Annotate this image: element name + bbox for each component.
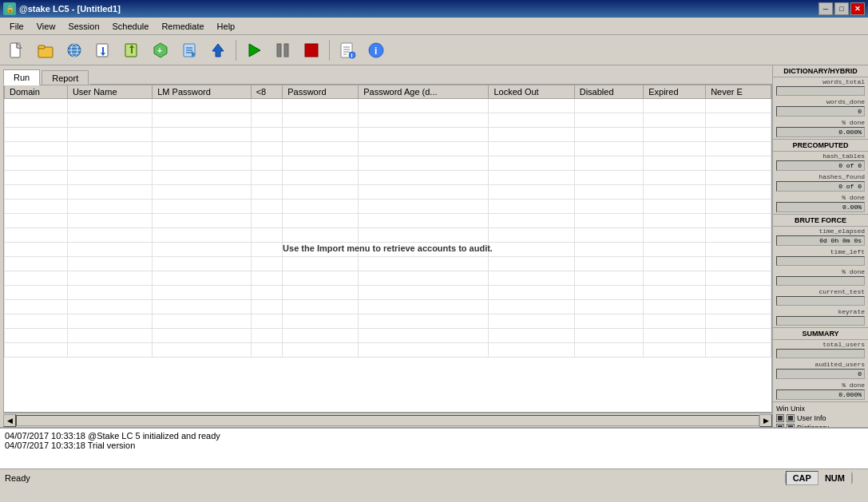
win-unix-title: Win Unix — [776, 405, 865, 413]
report-icon: i — [339, 42, 356, 59]
audited-users-label: audited_users — [775, 361, 866, 368]
export-icon — [123, 42, 141, 59]
col-username: User Name — [67, 85, 152, 99]
user-info-checkbox-unix[interactable] — [787, 414, 795, 422]
toolbar-separator — [236, 40, 236, 61]
stop-button[interactable] — [298, 38, 325, 63]
words-total-value — [776, 86, 865, 96]
audited-users-value: 0 — [776, 369, 865, 379]
time-elapsed-value: 0d 0h 0m 0s — [776, 235, 865, 246]
col-password-age: Password Age (d... — [359, 85, 489, 99]
play-button[interactable] — [240, 38, 268, 63]
info-button[interactable]: i — [363, 38, 390, 63]
precomputed-section: PRECOMPUTED hash_tables 0 of 0 hashes_fo… — [773, 140, 868, 215]
internet-button[interactable] — [61, 38, 88, 63]
time-left-value — [776, 256, 865, 266]
col-locked-out: Locked Out — [489, 85, 574, 99]
open-button[interactable] — [32, 38, 59, 63]
checkbox-fill — [788, 425, 793, 427]
user-info-label: User Info — [797, 414, 826, 422]
left-panel: Run Report Domain User Name LM Password … — [0, 65, 772, 427]
info-icon: i — [367, 42, 385, 59]
time-elapsed-row: time_elapsed 0d 0h 0m 0s — [773, 227, 868, 247]
total-users-row: total_users — [773, 340, 868, 360]
precomp-pct-done-label: % done — [775, 194, 866, 201]
col-lt8: <8 — [251, 85, 283, 99]
col-never-e: Never E — [706, 85, 771, 99]
current-test-value — [776, 296, 865, 306]
table-row — [5, 99, 771, 113]
menu-help[interactable]: Help — [211, 20, 242, 33]
import-icon — [94, 42, 112, 59]
col-disabled: Disabled — [574, 85, 643, 99]
summary-pct-done-value: 0.000% — [776, 389, 865, 400]
words-done-value: 0 — [776, 106, 865, 117]
table-row — [5, 185, 771, 200]
total-users-label: total_users — [775, 341, 866, 348]
menu-view[interactable]: View — [30, 20, 62, 33]
tab-run[interactable]: Run — [3, 69, 40, 85]
words-total-row: words_total — [773, 77, 868, 97]
tab-container: Run Report — [0, 65, 772, 85]
dictionary-checkbox-win[interactable] — [776, 424, 784, 427]
table-row — [5, 314, 771, 329]
scroll-right-button[interactable]: ▶ — [759, 414, 772, 427]
menu-remediate[interactable]: Remediate — [155, 20, 210, 33]
new-button[interactable] — [3, 38, 30, 63]
dictionary-checkbox-unix[interactable] — [787, 424, 795, 427]
svg-rect-25 — [284, 44, 288, 57]
menu-file[interactable]: File — [3, 20, 30, 33]
current-test-label: current_test — [775, 288, 866, 295]
table-row — [5, 142, 771, 156]
precomp-pct-done-value: 0.00% — [776, 202, 865, 212]
svg-rect-3 — [38, 45, 45, 49]
minimize-button[interactable]: ─ — [818, 2, 833, 15]
download-button[interactable] — [204, 38, 232, 63]
pause-button[interactable] — [269, 38, 296, 63]
col-domain: Domain — [5, 85, 68, 99]
remove-button[interactable] — [176, 38, 203, 63]
time-left-row: time_left — [773, 247, 868, 267]
brute-force-section: BRUTE FORCE time_elapsed 0d 0h 0m 0s tim… — [773, 215, 868, 328]
statusbar: Ready CAP NUM — [0, 468, 868, 486]
summary-pct-done-label: % done — [775, 381, 866, 389]
user-info-checkbox-win[interactable] — [776, 414, 784, 422]
maximize-button[interactable]: □ — [834, 2, 849, 15]
menu-session[interactable]: Session — [61, 20, 105, 33]
status-spacer — [852, 473, 868, 483]
col-lm-password: LM Password — [153, 85, 251, 99]
hscrollbar[interactable]: ◀ ▶ — [3, 413, 772, 427]
close-button[interactable]: ✕ — [850, 2, 865, 15]
add-icon: + — [152, 42, 169, 59]
table-row — [5, 286, 771, 300]
brute-pct-done-value — [776, 276, 865, 286]
cap-indicator: CAP — [786, 471, 818, 485]
report-button[interactable]: i — [334, 38, 361, 63]
svg-text:i: i — [351, 53, 353, 58]
log-area: 04/07/2017 10:33:18 @Stake LC 5 initiali… — [0, 427, 868, 468]
svg-rect-24 — [277, 44, 281, 57]
words-done-row: words_done 0 — [773, 97, 868, 118]
right-panel: DICTIONARY/HYBRID words_total words_done… — [772, 65, 868, 427]
time-elapsed-label: time_elapsed — [775, 227, 866, 235]
main-content: Run Report Domain User Name LM Password … — [0, 65, 868, 427]
table-row — [5, 156, 771, 171]
table-row — [5, 228, 771, 243]
tab-report[interactable]: Report — [42, 70, 89, 85]
stop-icon — [303, 42, 320, 59]
keyrate-row: keyrate — [773, 307, 868, 327]
menu-schedule[interactable]: Schedule — [106, 20, 156, 33]
summary-pct-done-row: % done 0.000% — [773, 381, 868, 401]
table-row — [5, 128, 771, 142]
empty-message: Use the Import menu to retrieve accounts… — [283, 243, 493, 253]
table-row — [5, 300, 771, 314]
summary-section: SUMMARY total_users audited_users 0 % do… — [773, 328, 868, 402]
scroll-left-button[interactable]: ◀ — [3, 414, 16, 427]
dict-pct-done-label: % done — [775, 119, 866, 126]
scroll-track[interactable] — [16, 415, 759, 426]
import-button[interactable] — [89, 38, 117, 63]
add-button[interactable]: + — [147, 38, 174, 63]
time-left-label: time_left — [775, 248, 866, 255]
export-button[interactable] — [118, 38, 145, 63]
data-table-container[interactable]: Domain User Name LM Password <8 Password… — [3, 85, 772, 413]
